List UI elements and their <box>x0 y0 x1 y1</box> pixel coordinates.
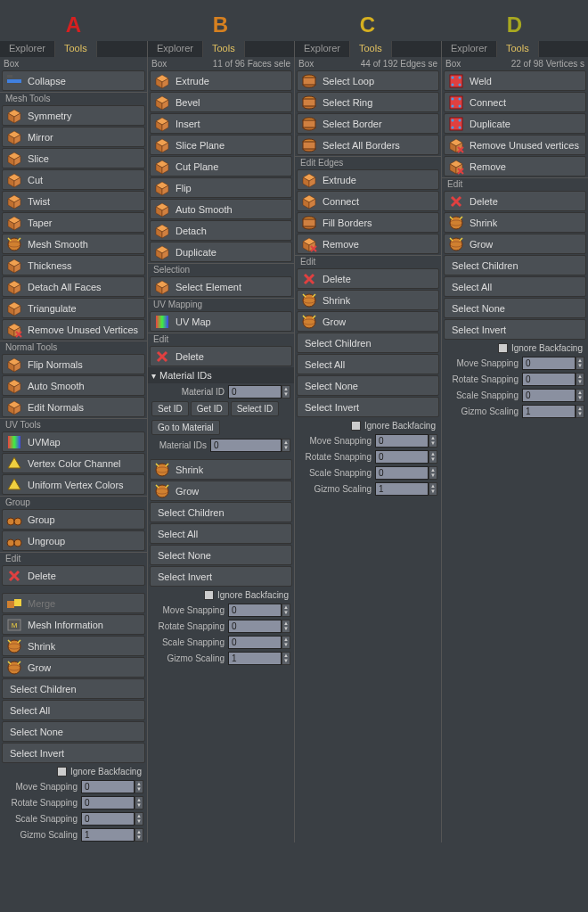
get-id-button[interactable]: Get ID <box>191 401 229 416</box>
select-children-button[interactable]: Select Children <box>444 255 586 275</box>
shrink-button[interactable]: Shrink <box>444 212 586 233</box>
gizmo-input[interactable] <box>375 482 429 496</box>
shrink-button[interactable]: Shrink <box>2 636 145 656</box>
set-id-button[interactable]: Set ID <box>151 401 189 416</box>
spinner[interactable]: ▲▼ <box>576 405 584 418</box>
scale-input[interactable] <box>228 636 282 649</box>
remove-unused-vertices-button[interactable]: Remove Unused Vertices <box>2 319 145 340</box>
spinner[interactable]: ▲▼ <box>429 482 437 496</box>
select-ring-button[interactable]: Select Ring <box>297 92 439 112</box>
remove-button[interactable]: Remove <box>444 156 586 177</box>
ignore-backfacing-checkbox[interactable] <box>204 590 214 600</box>
select-loop-button[interactable]: Select Loop <box>297 70 439 91</box>
material-ids-input[interactable] <box>210 439 282 452</box>
merge-button[interactable]: Merge <box>2 593 145 613</box>
bevel-button[interactable]: Bevel <box>150 92 292 112</box>
grow-button[interactable]: Grow <box>150 481 292 501</box>
tab-explorer[interactable]: Explorer <box>148 41 203 57</box>
select-children-button[interactable]: Select Children <box>150 502 292 522</box>
remove-unused-vertices-button[interactable]: Remove Unused vertices <box>444 135 586 155</box>
select-all-borders-button[interactable]: Select All Borders <box>297 135 439 155</box>
detach-button[interactable]: Detach <box>150 220 292 241</box>
spinner[interactable]: ▲▼ <box>282 604 290 617</box>
mesh-information-button[interactable]: MMesh Information <box>2 614 145 635</box>
edit-normals-button[interactable]: Edit Normals <box>2 397 145 417</box>
ungroup-button[interactable]: Ungroup <box>2 530 145 551</box>
delete-button[interactable]: Delete <box>2 565 145 586</box>
gizmo-input[interactable] <box>522 405 576 418</box>
delete-button[interactable]: Delete <box>297 268 439 289</box>
tab-tools[interactable]: Tools <box>55 41 97 57</box>
select-invert-button[interactable]: Select Invert <box>444 319 586 340</box>
tab-explorer[interactable]: Explorer <box>0 41 55 57</box>
scale-input[interactable] <box>81 812 135 826</box>
spinner[interactable]: ▲▼ <box>282 439 290 452</box>
extrude-button[interactable]: Extrude <box>150 70 292 91</box>
spinner[interactable]: ▲▼ <box>282 620 290 633</box>
material-id-input[interactable] <box>228 385 282 398</box>
spinner[interactable]: ▲▼ <box>576 357 584 370</box>
select-invert-button[interactable]: Select Invert <box>150 566 292 587</box>
move-input[interactable] <box>375 434 429 448</box>
detach-all-faces-button[interactable]: Detach All Faces <box>2 276 145 297</box>
ignore-backfacing-checkbox[interactable] <box>57 767 67 776</box>
spinner[interactable]: ▲▼ <box>576 373 584 386</box>
select-element-button[interactable]: Select Element <box>150 276 292 297</box>
select-none-button[interactable]: Select None <box>2 721 145 742</box>
select-all-button[interactable]: Select All <box>444 276 586 297</box>
vertex-color-channel-button[interactable]: Vertex Color Channel <box>2 453 145 473</box>
select-none-button[interactable]: Select None <box>297 375 439 396</box>
insert-button[interactable]: Insert <box>150 113 292 134</box>
duplicate-button[interactable]: Duplicate <box>444 113 586 134</box>
slice-button[interactable]: Slice <box>2 148 145 168</box>
move-input[interactable] <box>522 357 576 370</box>
connect-button[interactable]: Connect <box>444 92 586 112</box>
select-invert-button[interactable]: Select Invert <box>2 743 145 763</box>
gizmo-input[interactable] <box>228 652 282 665</box>
rotate-input[interactable] <box>81 796 135 809</box>
ignore-backfacing-checkbox[interactable] <box>498 343 508 353</box>
spinner[interactable]: ▲▼ <box>135 828 143 842</box>
triangulate-button[interactable]: Triangulate <box>2 298 145 318</box>
rotate-input[interactable] <box>522 373 576 386</box>
tab-explorer[interactable]: Explorer <box>442 41 497 57</box>
thickness-button[interactable]: Thickness <box>2 255 145 275</box>
ignore-backfacing-checkbox[interactable] <box>351 421 361 431</box>
tab-tools[interactable]: Tools <box>497 41 539 57</box>
select-id-button[interactable]: Select ID <box>231 401 280 416</box>
select-invert-button[interactable]: Select Invert <box>297 397 439 417</box>
spinner[interactable]: ▲▼ <box>282 636 290 649</box>
grow-button[interactable]: Grow <box>444 234 586 254</box>
collapse-button[interactable]: Collapse <box>2 70 145 91</box>
slice-plane-button[interactable]: Slice Plane <box>150 135 292 155</box>
mesh-smooth-button[interactable]: Mesh Smooth <box>2 234 145 254</box>
material-ids-panel-hdr[interactable]: ▾Material IDs <box>148 367 294 383</box>
mirror-button[interactable]: Mirror <box>2 127 145 147</box>
tab-explorer[interactable]: Explorer <box>295 41 350 57</box>
move-input[interactable] <box>81 780 135 793</box>
select-all-button[interactable]: Select All <box>2 700 145 720</box>
go-to-material-button[interactable]: Go to Material <box>151 420 220 435</box>
spinner[interactable]: ▲▼ <box>576 389 584 402</box>
scale-input[interactable] <box>522 389 576 402</box>
weld-button[interactable]: Weld <box>444 70 586 91</box>
select-all-button[interactable]: Select All <box>150 523 292 544</box>
auto-smooth-button[interactable]: Auto Smooth <box>150 199 292 219</box>
move-input[interactable] <box>228 604 282 617</box>
spinner[interactable]: ▲▼ <box>429 466 437 480</box>
gizmo-input[interactable] <box>81 828 135 842</box>
taper-button[interactable]: Taper <box>2 212 145 233</box>
tab-tools[interactable]: Tools <box>350 41 392 57</box>
flip-normals-button[interactable]: Flip Normals <box>2 354 145 374</box>
scale-input[interactable] <box>375 466 429 480</box>
auto-smooth-button[interactable]: Auto Smooth <box>2 375 145 396</box>
spinner[interactable]: ▲▼ <box>429 450 437 464</box>
symmetry-button[interactable]: Symmetry <box>2 105 145 126</box>
uniform-vertex-colors-button[interactable]: Uniform Vertex Colors <box>2 474 145 495</box>
flip-button[interactable]: Flip <box>150 177 292 198</box>
extrude-button[interactable]: Extrude <box>297 169 439 190</box>
twist-button[interactable]: Twist <box>2 191 145 211</box>
remove-button[interactable]: Remove <box>297 234 439 254</box>
uvmap-button[interactable]: UVMap <box>2 431 145 452</box>
tab-tools[interactable]: Tools <box>203 41 245 57</box>
